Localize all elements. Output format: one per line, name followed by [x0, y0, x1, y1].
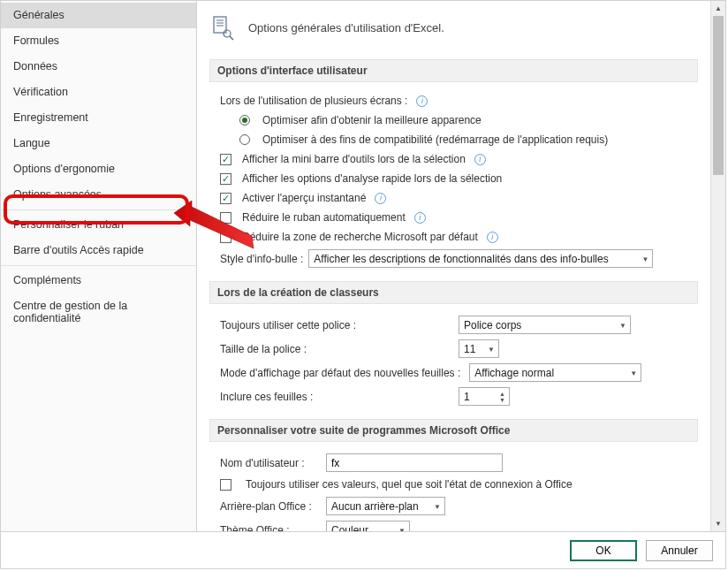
sidebar-label: Langue — [13, 137, 50, 149]
sidebar-label: Formules — [13, 34, 59, 47]
office-background-label: Arrière-plan Office : — [220, 500, 317, 513]
info-icon[interactable]: i — [474, 154, 486, 165]
sidebar-item-proofing[interactable]: Vérification — [1, 80, 196, 105]
radio-label: Optimiser afin d'obtenir la meilleure ap… — [262, 114, 482, 126]
page-header: Options générales d'utilisation d'Excel. — [209, 8, 698, 54]
cancel-button[interactable]: Annuler — [646, 540, 713, 561]
sidebar-item-trust-center[interactable]: Centre de gestion de la confidentialité — [1, 293, 196, 331]
chevron-down-icon: ▼ — [630, 369, 637, 377]
page-title: Options générales d'utilisation d'Excel. — [248, 21, 444, 34]
office-theme-dropdown[interactable]: Couleur ▼ — [326, 521, 410, 531]
sidebar-label: Options d'ergonomie — [13, 163, 115, 175]
sidebar-item-advanced[interactable]: Options avancées — [1, 182, 196, 208]
section-workbook-body: Toujours utiliser cette police : Police … — [209, 313, 698, 414]
default-view-row: Mode d'affichage par défaut des nouvelle… — [220, 361, 693, 384]
tooltip-style-row: Style d'info-bulle : Afficher les descri… — [220, 247, 693, 270]
svg-line-5 — [230, 36, 233, 40]
include-sheets-row: Inclure ces feuilles : 1 ▲▼ — [220, 384, 693, 408]
dropdown-value: 11 — [464, 343, 475, 355]
username-row: Nom d'utilisateur : — [220, 451, 693, 475]
sidebar-separator — [1, 265, 196, 266]
radio-label: Optimiser à des fins de compatibilité (r… — [262, 133, 608, 146]
sidebar-item-save[interactable]: Enregistrement — [1, 105, 196, 131]
dropdown-value: Police corps — [464, 319, 521, 331]
sidebar-label: Barre d'outils Accès rapide — [13, 244, 144, 256]
svg-rect-0 — [214, 17, 226, 33]
checkbox-label: Activer l'aperçu instantané — [242, 192, 366, 204]
sidebar-label: Vérification — [13, 86, 68, 98]
main-area: Générales Formules Données Vérification … — [1, 1, 725, 531]
chevron-down-icon: ▼ — [434, 502, 441, 510]
sidebar-label: Options avancées — [13, 188, 102, 201]
options-dialog: Générales Formules Données Vérification … — [0, 0, 726, 569]
default-font-row: Toujours utiliser cette police : Police … — [220, 313, 693, 337]
checkbox-label: Réduire le ruban automatiquement — [242, 211, 406, 224]
section-office-header: Personnaliser votre suite de programmes … — [209, 419, 698, 442]
checkbox-label: Toujours utiliser ces valeurs, quel que … — [246, 478, 573, 491]
info-icon[interactable]: i — [416, 95, 428, 107]
checkbox-collapse-ribbon[interactable]: Réduire le ruban automatiquement i — [220, 208, 693, 227]
font-size-row: Taille de la police : 11 ▼ — [220, 337, 693, 361]
sidebar-item-accessibility[interactable]: Options d'ergonomie — [1, 156, 196, 182]
font-size-dropdown[interactable]: 11 ▼ — [459, 339, 499, 358]
info-icon[interactable]: i — [375, 193, 386, 204]
checkbox-quick-analysis[interactable]: Afficher les options d'analyse rapide lo… — [220, 169, 693, 188]
checkbox-live-preview[interactable]: Activer l'aperçu instantané i — [220, 188, 693, 208]
stepper-value: 1 — [464, 391, 470, 403]
sidebar-item-addins[interactable]: Compléments — [1, 268, 196, 293]
checkbox-collapse-search[interactable]: Réduire la zone de recherche Microsoft p… — [220, 227, 693, 247]
checkbox-icon — [220, 154, 231, 165]
checkbox-label: Afficher la mini barre d'outils lors de … — [242, 153, 466, 165]
office-background-dropdown[interactable]: Aucun arrière-plan ▼ — [326, 497, 445, 515]
username-input[interactable] — [326, 453, 503, 472]
chevron-down-icon: ▼ — [641, 255, 648, 263]
chevron-down-icon: ▼ — [398, 526, 406, 531]
sidebar-label: Compléments — [13, 274, 81, 286]
section-ui-body: Lors de l'utilisation de plusieurs écran… — [209, 91, 698, 276]
checkbox-icon — [220, 173, 231, 185]
sidebar-label: Centre de gestion de la confidentialité — [13, 300, 127, 324]
info-icon[interactable]: i — [487, 232, 498, 243]
default-view-dropdown[interactable]: Affichage normal ▼ — [469, 363, 641, 382]
scroll-thumb[interactable] — [713, 16, 724, 175]
sidebar-item-general[interactable]: Générales — [1, 3, 196, 28]
checkbox-label: Réduire la zone de recherche Microsoft p… — [242, 231, 478, 243]
vertical-scrollbar[interactable]: ▲ ▼ — [710, 1, 725, 531]
include-sheets-label: Inclure ces feuilles : — [220, 391, 450, 403]
section-workbook-header: Lors de la création de classeurs — [209, 281, 698, 304]
sidebar-item-formulas[interactable]: Formules — [1, 28, 196, 54]
radio-best-appearance[interactable]: Optimiser afin d'obtenir la meilleure ap… — [220, 110, 693, 130]
sidebar: Générales Formules Données Vérification … — [1, 1, 197, 531]
dialog-footer: OK Annuler — [1, 531, 725, 568]
sidebar-item-customize-ribbon[interactable]: Personnaliser le ruban — [1, 212, 196, 238]
font-size-label: Taille de la police : — [220, 343, 450, 355]
radio-icon — [239, 134, 250, 145]
sidebar-item-quick-access[interactable]: Barre d'outils Accès rapide — [1, 238, 196, 263]
general-options-icon — [209, 13, 238, 42]
ok-button[interactable]: OK — [570, 540, 637, 561]
dropdown-value: Couleur — [331, 524, 368, 532]
chevron-down-icon: ▼ — [488, 345, 495, 353]
radio-compatibility[interactable]: Optimiser à des fins de compatibilité (r… — [220, 130, 693, 149]
tooltip-style-dropdown[interactable]: Afficher les descriptions de fonctionnal… — [308, 249, 653, 268]
checkbox-icon — [220, 232, 231, 243]
sidebar-item-data[interactable]: Données — [1, 54, 196, 80]
office-theme-label: Thème Office : — [220, 524, 317, 532]
office-background-row: Arrière-plan Office : Aucun arrière-plan… — [220, 494, 693, 518]
sidebar-label: Données — [13, 60, 57, 72]
username-label: Nom d'utilisateur : — [220, 457, 317, 469]
scroll-up-icon[interactable]: ▲ — [711, 1, 725, 16]
checkbox-icon — [220, 193, 231, 204]
default-font-dropdown[interactable]: Police corps ▼ — [459, 316, 631, 334]
checkbox-always-use-values[interactable]: Toujours utiliser ces valeurs, quel que … — [220, 475, 693, 494]
sidebar-item-language[interactable]: Langue — [1, 131, 196, 156]
dropdown-value: Aucun arrière-plan — [331, 500, 419, 513]
svg-point-4 — [224, 30, 231, 37]
info-icon[interactable]: i — [414, 212, 426, 224]
include-sheets-stepper[interactable]: 1 ▲▼ — [459, 387, 510, 406]
scroll-down-icon[interactable]: ▼ — [711, 516, 725, 531]
sidebar-label: Générales — [13, 9, 64, 21]
default-font-label: Toujours utiliser cette police : — [220, 319, 450, 331]
dropdown-value: Afficher les descriptions de fonctionnal… — [314, 253, 608, 265]
checkbox-mini-toolbar[interactable]: Afficher la mini barre d'outils lors de … — [220, 149, 693, 169]
